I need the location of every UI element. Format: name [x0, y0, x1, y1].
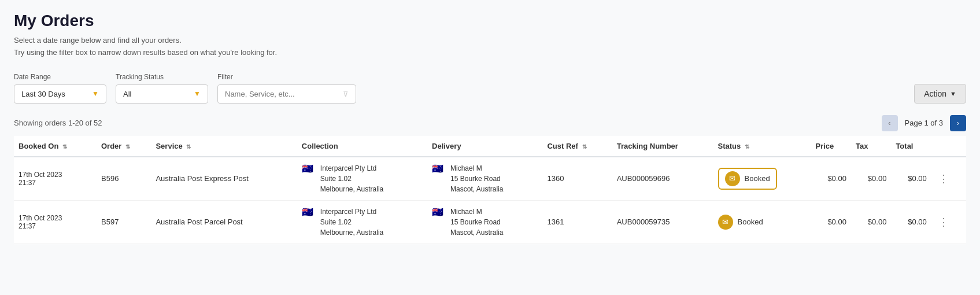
showing-text: Showing orders 1-20 of 52 — [14, 119, 102, 127]
filter-group: Filter ⊽ — [217, 73, 356, 104]
cell-collection: 🇦🇺 Interparcel Pty Ltd Suite 1.02Melbour… — [297, 200, 427, 244]
table-header: Booked On ⇅ Order ⇅ Service ⇅ Collection… — [14, 136, 966, 157]
booked-icon: ✉ — [718, 215, 733, 230]
collection-name: Interparcel Pty Ltd — [320, 163, 383, 174]
delivery-flag: 🇦🇺 — [432, 163, 443, 171]
pagination: ‹ Page 1 of 3 › — [882, 115, 967, 131]
filter-funnel-icon: ⊽ — [343, 90, 349, 98]
cell-tax: $0.00 — [851, 157, 891, 201]
collection-flag: 🇦🇺 — [302, 207, 313, 215]
date-range-label: Date Range — [14, 73, 106, 81]
col-booked-on[interactable]: Booked On ⇅ — [14, 136, 97, 157]
booked-time: 21:37 — [19, 179, 92, 187]
cell-total: $0.00 — [891, 157, 931, 201]
table-row: 17th Oct 2023 21:37 B596 Australia Post … — [14, 157, 966, 201]
delivery-name: Michael M — [450, 207, 503, 217]
filter-input-wrap: ⊽ — [217, 84, 356, 104]
cell-cust-ref: 1361 — [542, 200, 612, 244]
col-total: Total — [891, 136, 931, 157]
booked-time: 21:37 — [19, 222, 92, 230]
orders-table: Booked On ⇅ Order ⇅ Service ⇅ Collection… — [14, 136, 966, 244]
tracking-status-value: All — [123, 90, 131, 98]
cell-status: ✉ Booked — [713, 157, 811, 201]
delivery-flag: 🇦🇺 — [432, 207, 443, 215]
booked-date: 17th Oct 2023 — [19, 214, 92, 222]
collection-address: Interparcel Pty Ltd Suite 1.02Melbourne,… — [320, 207, 383, 238]
cell-collection: 🇦🇺 Interparcel Pty Ltd Suite 1.02Melbour… — [297, 157, 427, 201]
cell-service: Australia Post Parcel Post — [151, 200, 297, 244]
col-collection: Collection — [297, 136, 427, 157]
filter-label: Filter — [217, 73, 356, 81]
cell-booked-on: 17th Oct 2023 21:37 — [14, 200, 97, 244]
date-range-arrow-icon: ▼ — [92, 90, 99, 98]
cell-order: B597 — [97, 200, 151, 244]
cell-tracking-number: AUB000059735 — [612, 200, 713, 244]
cell-cust-ref: 1360 — [542, 157, 612, 201]
col-cust-ref[interactable]: Cust Ref ⇅ — [542, 136, 612, 157]
next-page-button[interactable]: › — [950, 115, 966, 131]
col-tracking-number: Tracking Number — [612, 136, 713, 157]
prev-page-button[interactable]: ‹ — [882, 115, 898, 131]
cell-service: Australia Post Express Post — [151, 157, 297, 201]
summary-pagination-row: Showing orders 1-20 of 52 ‹ Page 1 of 3 … — [14, 115, 966, 131]
collection-address: Interparcel Pty Ltd Suite 1.02Melbourne,… — [320, 163, 383, 194]
delivery-address: Michael M 15 Bourke RoadMascot, Australi… — [450, 207, 503, 238]
action-arrow-icon: ▼ — [950, 90, 956, 97]
date-range-group: Date Range Last 30 Days ▼ — [14, 73, 106, 104]
delivery-name: Michael M — [450, 163, 503, 174]
tracking-status-select[interactable]: All ▼ — [116, 84, 208, 104]
delivery-address: Michael M 15 Bourke RoadMascot, Australi… — [450, 163, 503, 194]
status-badge-plain: ✉ Booked — [718, 215, 763, 230]
cell-total: $0.00 — [891, 200, 931, 244]
status-sort-icon: ⇅ — [745, 143, 749, 150]
booked-icon: ✉ — [725, 171, 740, 186]
service-sort-icon: ⇅ — [186, 143, 191, 150]
cell-more[interactable]: ⋮ — [931, 200, 966, 244]
cell-price: $0.00 — [811, 200, 850, 244]
tracking-status-label: Tracking Status — [116, 73, 208, 81]
col-status[interactable]: Status ⇅ — [713, 136, 811, 157]
cell-order: B596 — [97, 157, 151, 201]
cust-ref-sort-icon: ⇅ — [582, 143, 587, 150]
cell-tracking-number: AUB000059696 — [612, 157, 713, 201]
date-range-select[interactable]: Last 30 Days ▼ — [14, 84, 106, 104]
cell-more[interactable]: ⋮ — [931, 157, 966, 201]
cell-delivery: 🇦🇺 Michael M 15 Bourke RoadMascot, Austr… — [427, 200, 542, 244]
page-subtitle: Select a date range below and find all y… — [14, 35, 966, 59]
more-options-button[interactable]: ⋮ — [936, 173, 951, 185]
tracking-status-group: Tracking Status All ▼ — [116, 73, 208, 104]
cell-booked-on: 17th Oct 2023 21:37 — [14, 157, 97, 201]
col-price: Price — [811, 136, 850, 157]
filters-row: Date Range Last 30 Days ▼ Tracking Statu… — [14, 73, 966, 104]
order-sort-icon: ⇅ — [125, 143, 130, 150]
col-actions — [931, 136, 966, 157]
page-label: Page 1 of 3 — [900, 119, 948, 127]
booked-date: 17th Oct 2023 — [19, 171, 92, 179]
cell-status: ✉ Booked — [713, 200, 811, 244]
col-delivery: Delivery — [427, 136, 542, 157]
col-service[interactable]: Service ⇅ — [151, 136, 297, 157]
tracking-status-arrow-icon: ▼ — [194, 90, 201, 98]
cell-delivery: 🇦🇺 Michael M 15 Bourke RoadMascot, Austr… — [427, 157, 542, 201]
table-body: 17th Oct 2023 21:37 B596 Australia Post … — [14, 157, 966, 244]
col-order[interactable]: Order ⇅ — [97, 136, 151, 157]
col-tax: Tax — [851, 136, 891, 157]
cell-price: $0.00 — [811, 157, 850, 201]
action-button[interactable]: Action ▼ — [914, 84, 966, 104]
more-options-button[interactable]: ⋮ — [936, 216, 951, 228]
filter-input[interactable] — [225, 90, 338, 98]
cell-tax: $0.00 — [851, 200, 891, 244]
action-label: Action — [924, 89, 946, 98]
collection-flag: 🇦🇺 — [302, 163, 313, 171]
page-title: My Orders — [14, 12, 966, 30]
collection-name: Interparcel Pty Ltd — [320, 207, 383, 217]
status-badge: ✉ Booked — [718, 168, 777, 190]
table-row: 17th Oct 2023 21:37 B597 Australia Post … — [14, 200, 966, 244]
booked-on-sort-icon: ⇅ — [62, 143, 67, 150]
date-range-value: Last 30 Days — [21, 90, 65, 98]
